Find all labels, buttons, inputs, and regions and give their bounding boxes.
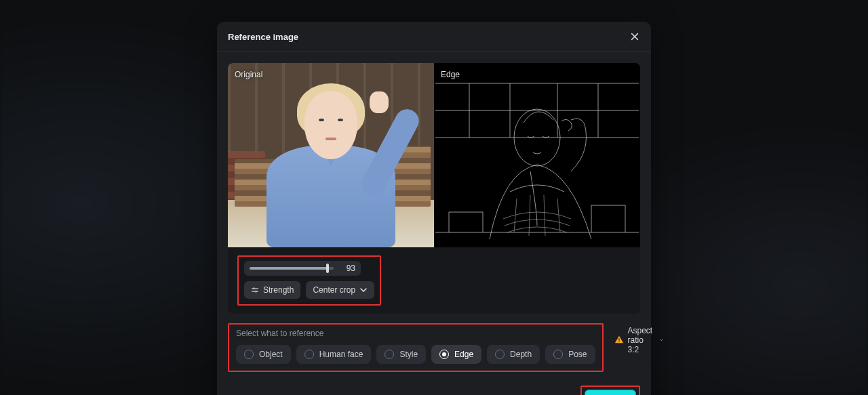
slider-thumb[interactable] bbox=[326, 264, 329, 273]
svg-rect-1 bbox=[618, 338, 619, 341]
close-icon[interactable] bbox=[629, 31, 640, 42]
strength-slider-row: 93 bbox=[244, 261, 361, 276]
save-button[interactable]: Save bbox=[585, 390, 636, 395]
radio-icon bbox=[244, 350, 254, 359]
crop-dropdown-label: Center crop bbox=[313, 285, 355, 295]
original-pane: Original bbox=[228, 63, 434, 247]
radio-icon bbox=[304, 350, 314, 359]
crop-dropdown[interactable]: Center crop bbox=[306, 281, 374, 299]
radio-icon bbox=[384, 350, 394, 359]
sliders-icon bbox=[251, 286, 259, 294]
reference-section: Select what to reference ObjectHuman fac… bbox=[228, 323, 640, 372]
modal-footer: Save bbox=[228, 386, 640, 395]
preview-area: Original bbox=[228, 63, 640, 314]
original-pane-label: Original bbox=[235, 70, 262, 79]
radio-icon bbox=[553, 350, 563, 359]
strength-value: 93 bbox=[342, 264, 355, 273]
reference-option-label: Object bbox=[259, 350, 283, 359]
modal-header: Reference image bbox=[217, 22, 651, 52]
reference-option-label: Style bbox=[399, 350, 418, 359]
aspect-ratio-dropdown[interactable]: Aspect ratio 3:2 bbox=[614, 323, 664, 354]
original-image bbox=[228, 63, 434, 247]
reference-option-label: Human face bbox=[319, 350, 363, 359]
strength-button-label: Strength bbox=[263, 285, 294, 295]
modal-title: Reference image bbox=[228, 32, 298, 42]
save-highlight: Save bbox=[580, 386, 640, 395]
edge-image bbox=[434, 63, 640, 247]
strength-slider[interactable] bbox=[250, 267, 334, 270]
chevron-down-icon bbox=[660, 337, 663, 344]
reference-option-label: Pose bbox=[568, 350, 587, 359]
strength-button[interactable]: Strength bbox=[244, 281, 300, 299]
reference-option-edge[interactable]: Edge bbox=[431, 345, 481, 364]
warning-icon bbox=[614, 335, 624, 346]
aspect-ratio-label: Aspect ratio 3:2 bbox=[628, 326, 656, 354]
radio-icon bbox=[439, 350, 449, 359]
reference-option-label: Edge bbox=[454, 350, 473, 359]
reference-image-modal: Reference image Original bbox=[217, 22, 651, 395]
reference-option-pose[interactable]: Pose bbox=[545, 345, 595, 364]
reference-options: ObjectHuman faceStyleEdgeDepthPose bbox=[236, 345, 595, 364]
reference-option-depth[interactable]: Depth bbox=[487, 345, 540, 364]
modal-body: Original bbox=[217, 52, 651, 395]
edge-pane-label: Edge bbox=[441, 70, 460, 79]
radio-icon bbox=[495, 350, 505, 359]
edge-pane: Edge bbox=[434, 63, 640, 247]
reference-title: Select what to reference bbox=[236, 329, 595, 338]
svg-rect-2 bbox=[618, 341, 619, 341]
image-controls: 93 Strength Center crop bbox=[228, 247, 640, 306]
reference-option-object[interactable]: Object bbox=[236, 345, 291, 364]
controls-highlight: 93 Strength Center crop bbox=[237, 255, 381, 306]
reference-option-style[interactable]: Style bbox=[376, 345, 426, 364]
chevron-down-icon bbox=[359, 286, 368, 294]
reference-option-label: Depth bbox=[510, 350, 532, 359]
reference-highlight: Select what to reference ObjectHuman fac… bbox=[228, 323, 604, 372]
reference-option-human-face[interactable]: Human face bbox=[296, 345, 372, 364]
image-comparison-row: Original bbox=[228, 63, 640, 247]
